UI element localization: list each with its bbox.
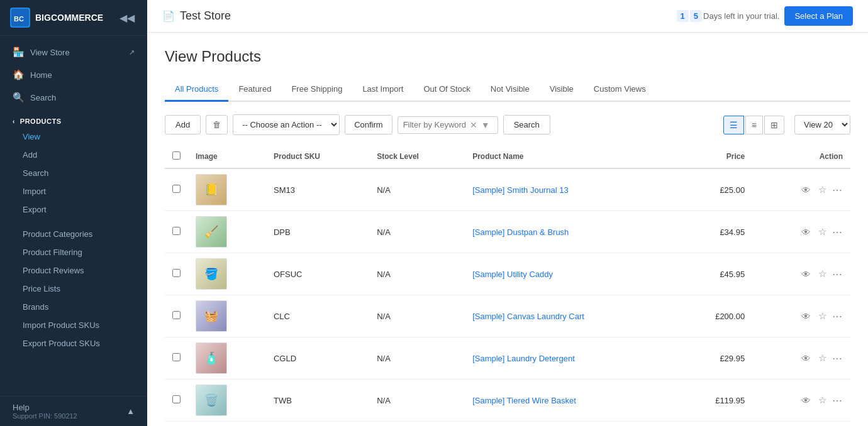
sidebar-subitem-export-skus[interactable]: Export Product SKUs: [0, 334, 147, 352]
row-name: [Sample] Utility Caddy: [465, 253, 677, 295]
view-product-icon[interactable]: 👁: [799, 309, 813, 324]
action-select[interactable]: -- Choose an Action --: [233, 114, 340, 135]
sidebar-item-view-store[interactable]: 🏪 View Store ↗: [0, 41, 147, 63]
sidebar-subitem-view[interactable]: View: [0, 128, 147, 146]
tab-featured[interactable]: Featured: [228, 78, 281, 102]
tab-not-visible[interactable]: Not Visible: [481, 78, 540, 102]
row-select-checkbox[interactable]: [172, 311, 181, 319]
row-price: £119.95: [677, 380, 752, 422]
view-product-icon[interactable]: 👁: [799, 393, 813, 408]
main-content: 📄 Test Store 1 5 Days left in your trial…: [147, 0, 868, 426]
star-product-icon[interactable]: ☆: [816, 224, 828, 239]
per-page-select[interactable]: View 20: [794, 115, 850, 134]
view-list-button[interactable]: ☰: [723, 116, 744, 134]
sidebar-item-view-store-label: View Store: [30, 48, 70, 57]
external-link-icon: ↗: [129, 48, 135, 57]
header-price: Price: [677, 145, 752, 168]
trial-label: Days left in your trial.: [703, 11, 779, 21]
row-checkbox: [165, 337, 188, 380]
sidebar-subitem-export[interactable]: Export: [0, 200, 147, 219]
tab-visible[interactable]: Visible: [540, 78, 584, 102]
delete-button[interactable]: 🗑: [206, 115, 228, 134]
filter-clear-icon[interactable]: ✕: [470, 120, 477, 130]
view-compact-button[interactable]: ≡: [745, 116, 763, 134]
star-product-icon[interactable]: ☆: [816, 351, 828, 366]
star-product-icon[interactable]: ☆: [816, 309, 828, 324]
keyword-filter-input[interactable]: [403, 120, 466, 129]
sidebar-item-search[interactable]: 🔍 Search: [0, 86, 147, 109]
header-image: Image: [188, 145, 266, 168]
sidebar-item-home[interactable]: 🏠 Home: [0, 63, 147, 86]
product-name-link[interactable]: [Sample] Tiered Wire Basket: [472, 396, 576, 405]
trial-day-2: 5: [690, 10, 702, 22]
sidebar-subitem-product-categories[interactable]: Product Categories: [0, 225, 147, 243]
product-thumbnail: 🧺: [196, 300, 227, 332]
header-name: Product Name: [465, 145, 677, 168]
tab-all-products[interactable]: All Products: [165, 78, 228, 102]
row-select-checkbox[interactable]: [172, 185, 181, 193]
sidebar-subitem-product-filtering[interactable]: Product Filtering: [0, 243, 147, 261]
more-actions-icon[interactable]: ⋯: [832, 184, 843, 196]
tab-free-shipping[interactable]: Free Shipping: [281, 78, 352, 102]
search-button[interactable]: Search: [503, 115, 550, 134]
sidebar-subitem-brands[interactable]: Brands: [0, 298, 147, 316]
product-name-link[interactable]: [Sample] Canvas Laundry Cart: [472, 312, 584, 321]
table-header: Image Product SKU Stock Level Product Na…: [165, 145, 850, 168]
product-name-link[interactable]: [Sample] Utility Caddy: [472, 270, 553, 279]
sidebar-subitem-search[interactable]: Search: [0, 164, 147, 182]
star-product-icon[interactable]: ☆: [816, 393, 828, 408]
star-product-icon[interactable]: ☆: [816, 266, 828, 281]
row-image: 🧺: [188, 295, 266, 337]
row-stock: N/A: [369, 253, 465, 295]
view-product-icon[interactable]: 👁: [799, 351, 813, 366]
view-product-icon[interactable]: 👁: [799, 225, 813, 239]
product-tabs: All Products Featured Free Shipping Last…: [165, 78, 850, 102]
sidebar-products-section[interactable]: ‹ Products: [0, 109, 147, 128]
product-thumbnail: 🧹: [196, 216, 227, 248]
row-select-checkbox[interactable]: [172, 353, 181, 361]
row-sku: TWB: [266, 380, 369, 422]
row-sku: CLC: [266, 295, 369, 337]
row-sku: SM13: [266, 168, 369, 211]
more-actions-icon[interactable]: ⋯: [832, 310, 843, 322]
sidebar-footer: Help Support PIN: 590212 ▲: [0, 396, 147, 426]
tab-out-of-stock[interactable]: Out Of Stock: [413, 78, 480, 102]
more-actions-icon[interactable]: ⋯: [832, 395, 843, 407]
sidebar-subitem-price-lists[interactable]: Price Lists: [0, 280, 147, 298]
table-body: 📒 SM13 N/A [Sample] Smith Journal 13 £25…: [165, 168, 850, 422]
product-name-link[interactable]: [Sample] Laundry Detergent: [472, 354, 575, 363]
sidebar-subitem-add[interactable]: Add: [0, 146, 147, 164]
product-name-link[interactable]: [Sample] Dustpan & Brush: [472, 227, 569, 237]
row-stock: N/A: [369, 380, 465, 422]
sidebar-item-search-label: Search: [30, 93, 56, 102]
select-all-checkbox[interactable]: [172, 151, 181, 160]
sidebar-subitem-import-skus[interactable]: Import Product SKUs: [0, 316, 147, 334]
more-actions-icon[interactable]: ⋯: [832, 352, 843, 364]
product-thumbnail: 🪣: [196, 258, 227, 290]
more-actions-icon[interactable]: ⋯: [832, 268, 843, 280]
row-price: £34.95: [677, 211, 752, 253]
logo-icon: BC: [10, 8, 30, 28]
view-controls: ☰ ≡ ⊞: [723, 116, 784, 134]
filter-options-icon[interactable]: ▼: [481, 120, 490, 130]
help-section: Help Support PIN: 590212: [13, 403, 77, 420]
add-button[interactable]: Add: [165, 115, 201, 134]
row-select-checkbox[interactable]: [172, 227, 181, 235]
star-product-icon[interactable]: ☆: [816, 182, 828, 197]
tab-custom-views[interactable]: Custom Views: [584, 78, 656, 102]
product-name-link[interactable]: [Sample] Smith Journal 13: [472, 185, 568, 195]
confirm-button[interactable]: Confirm: [345, 115, 392, 134]
sidebar-logo: BC BIGCOMMERCE ◀◀: [0, 0, 147, 36]
view-grid-button[interactable]: ⊞: [764, 116, 784, 134]
sidebar-subitem-product-reviews[interactable]: Product Reviews: [0, 261, 147, 280]
view-product-icon[interactable]: 👁: [799, 183, 813, 197]
view-product-icon[interactable]: 👁: [799, 267, 813, 281]
tab-last-import[interactable]: Last Import: [352, 78, 413, 102]
collapse-button[interactable]: ◀◀: [117, 9, 137, 26]
more-actions-icon[interactable]: ⋯: [832, 226, 843, 238]
row-select-checkbox[interactable]: [172, 395, 181, 403]
row-select-checkbox[interactable]: [172, 269, 181, 277]
footer-chevron-icon[interactable]: ▲: [126, 407, 135, 416]
sidebar-subitem-import[interactable]: Import: [0, 182, 147, 200]
select-plan-button[interactable]: Select a Plan: [784, 6, 853, 26]
